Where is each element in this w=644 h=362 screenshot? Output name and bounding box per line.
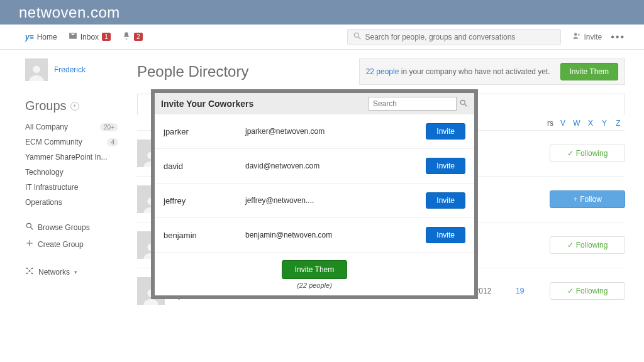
- activation-strip: 22 people in your company who have not a…: [359, 58, 625, 85]
- invite-button[interactable]: Invite: [426, 227, 465, 243]
- invite-button[interactable]: Invite: [426, 158, 465, 174]
- coworker-email: jparker@netwoven.com: [245, 127, 419, 136]
- check-icon: ✓: [567, 149, 574, 158]
- add-group-icon[interactable]: +: [70, 102, 79, 111]
- inbox-badge: 1: [102, 33, 111, 41]
- alpha-x[interactable]: X: [584, 119, 597, 128]
- nav-left: y≡ Home Inbox 1 2: [25, 31, 143, 42]
- profile-name: Frederick: [54, 65, 86, 74]
- person-plus-icon: [572, 31, 581, 42]
- modal-search-input[interactable]: [369, 97, 457, 111]
- following-label: Following: [576, 241, 608, 250]
- check-icon: ✓: [567, 241, 574, 250]
- coworker-row: benjamin benjamin@netwoven.com Invite: [155, 218, 474, 253]
- modal-footer: Invite Them (22 people): [155, 253, 474, 295]
- alpha-fragment: rs: [547, 119, 553, 128]
- following-button[interactable]: ✓ Following: [550, 236, 625, 254]
- following-button[interactable]: ✓ Following: [550, 282, 625, 300]
- group-label: Technology: [25, 168, 64, 177]
- nav-home[interactable]: y≡ Home: [25, 33, 57, 41]
- group-count: 4: [107, 138, 118, 146]
- modal-body[interactable]: jparker jparker@netwoven.com Invite davi…: [155, 114, 474, 253]
- follow-label: Follow: [580, 195, 602, 204]
- groups-heading: Groups +: [25, 99, 118, 113]
- svg-point-0: [354, 33, 358, 37]
- group-label: Operations: [25, 198, 62, 207]
- nav-inbox[interactable]: Inbox 1: [69, 31, 111, 42]
- chevron-down-icon: ▾: [74, 269, 77, 275]
- group-label: IT Infrastructure: [25, 183, 78, 192]
- person-count[interactable]: 19: [516, 287, 541, 295]
- profile-row[interactable]: Frederick: [25, 58, 118, 81]
- networks-dropdown[interactable]: Networks ▾: [25, 266, 118, 277]
- svg-line-1: [358, 37, 360, 40]
- alpha-w[interactable]: W: [570, 119, 584, 128]
- group-item-ecm[interactable]: ECM Community 4: [25, 134, 118, 150]
- nav-invite-label: Invite: [584, 33, 602, 41]
- group-count: 20+: [100, 123, 118, 131]
- browse-groups[interactable]: Browse Groups: [25, 219, 118, 236]
- following-label: Following: [576, 149, 608, 158]
- group-item-it-infra[interactable]: IT Infrastructure: [25, 180, 118, 195]
- follow-button[interactable]: + Follow: [550, 190, 625, 208]
- check-icon: ✓: [567, 287, 574, 295]
- mail-icon: [69, 31, 77, 42]
- nav-invite[interactable]: Invite: [572, 31, 602, 42]
- modal-search: [369, 97, 468, 111]
- invite-them-button[interactable]: Invite Them: [560, 63, 618, 80]
- modal-header: Invite Your Coworkers: [155, 93, 474, 114]
- invite-button[interactable]: Invite: [426, 192, 465, 209]
- alpha-v[interactable]: V: [556, 119, 570, 128]
- invite-all-button[interactable]: Invite Them: [282, 260, 347, 279]
- create-group[interactable]: Create Group: [25, 236, 118, 253]
- nav-inbox-label: Inbox: [80, 33, 99, 41]
- following-button[interactable]: ✓ Following: [550, 145, 625, 162]
- coworker-name: jparker: [164, 127, 239, 136]
- yammer-icon: y≡: [25, 33, 34, 41]
- invite-button[interactable]: Invite: [426, 123, 465, 140]
- activation-count-link[interactable]: 22 people: [366, 67, 399, 76]
- avatar: [25, 58, 48, 81]
- global-search-input[interactable]: [365, 33, 555, 41]
- svg-line-16: [465, 104, 467, 106]
- svg-point-3: [33, 66, 40, 74]
- alpha-y[interactable]: Y: [597, 119, 611, 128]
- modal-title: Invite Your Coworkers: [161, 99, 253, 109]
- group-item-all-company[interactable]: All Company 20+: [25, 119, 118, 134]
- group-item-technology[interactable]: Technology: [25, 165, 118, 180]
- svg-point-2: [574, 33, 577, 36]
- group-label: All Company: [25, 123, 68, 131]
- bell-icon: [122, 31, 131, 42]
- group-actions: Browse Groups Create Group: [25, 219, 118, 253]
- nav-home-label: Home: [37, 33, 57, 41]
- nav-notifications[interactable]: 2: [122, 31, 143, 42]
- plus-icon: [25, 239, 34, 250]
- coworker-row: jeffrey jeffrey@netwoven.... Invite: [155, 184, 474, 218]
- top-nav: y≡ Home Inbox 1 2 Invite: [0, 25, 644, 50]
- group-list: All Company 20+ ECM Community 4 Yammer S…: [25, 119, 118, 210]
- browse-groups-label: Browse Groups: [38, 223, 90, 232]
- svg-line-5: [31, 228, 33, 230]
- coworker-name: david: [164, 162, 239, 171]
- activation-rest: in your company who have not activated y…: [399, 67, 550, 76]
- search-icon: [353, 31, 362, 42]
- coworker-email: david@netwoven.com: [245, 162, 419, 170]
- coworker-email: benjamin@netwoven.com: [245, 231, 419, 239]
- alpha-z[interactable]: Z: [611, 119, 625, 128]
- networks-label: Networks: [38, 268, 70, 277]
- svg-point-4: [26, 223, 31, 228]
- notif-badge: 2: [134, 33, 143, 41]
- groups-label: Groups: [25, 99, 67, 113]
- plus-icon: +: [573, 195, 577, 204]
- group-item-yammer-sp[interactable]: Yammer SharePoint In...: [25, 150, 118, 165]
- coworker-row: jparker jparker@netwoven.com Invite: [155, 114, 474, 149]
- svg-point-15: [460, 100, 465, 104]
- coworker-name: benjamin: [164, 231, 239, 240]
- search-icon[interactable]: [459, 99, 468, 109]
- page-title: People Directory: [137, 63, 248, 80]
- group-item-operations[interactable]: Operations: [25, 195, 118, 210]
- activation-message: 22 people in your company who have not a…: [366, 67, 550, 76]
- following-label: Following: [576, 287, 608, 295]
- global-search[interactable]: [347, 29, 561, 45]
- more-menu[interactable]: •••: [611, 31, 625, 43]
